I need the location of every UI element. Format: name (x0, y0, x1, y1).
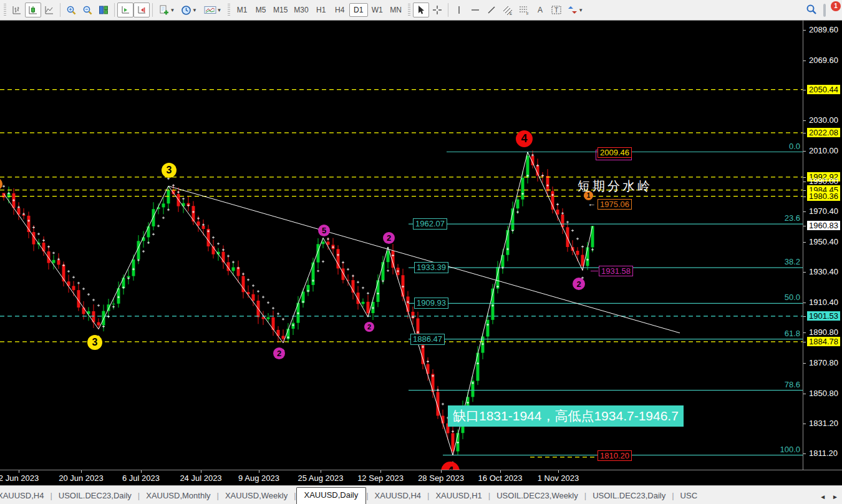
price-axis-tick (803, 272, 806, 273)
chart-tab[interactable]: XAUUSD,H4 (369, 488, 427, 504)
price-axis-label: 2089.60 (807, 25, 840, 34)
price-axis-label: 2030.00 (807, 115, 840, 125)
tile-windows-icon (99, 5, 109, 15)
chart-tab[interactable]: XAUUSD,H1 (429, 488, 488, 504)
chart-area[interactable]: 0.023.61962.0738.21933.3950.01909.9361.8… (0, 21, 803, 470)
timeframe-button-mn[interactable]: MN (387, 3, 405, 17)
equidistant-channel-tool-button[interactable]: E (500, 2, 516, 17)
svg-text:T: T (554, 7, 558, 14)
price-axis-label: 1930.40 (807, 267, 840, 276)
price-axis-tick (803, 332, 806, 333)
chart-tab[interactable]: USOIL.DEC23,Daily (586, 488, 672, 504)
wave-label-2: 2 (573, 278, 585, 290)
crosshair-icon (432, 5, 442, 15)
price-axis-tick (803, 90, 806, 90)
chart-tab[interactable]: USOIL.DEC23,Daily (52, 488, 138, 504)
line-chart-button[interactable] (41, 2, 57, 17)
price-axis-tick (803, 453, 806, 454)
timeframe-button-m1[interactable]: M1 (233, 3, 251, 17)
chart-tab[interactable]: XAUUSD,Weekly (219, 488, 294, 504)
cursor-tool-button[interactable] (413, 2, 429, 17)
candlestick-chart-button[interactable] (25, 2, 41, 17)
fibonacci-tool-button[interactable]: F (516, 2, 532, 17)
dropdown-caret-icon: ▼ (170, 7, 175, 13)
price-axis-label: 1910.40 (807, 298, 840, 307)
date-axis-label: 24 Jul 2023 (180, 473, 221, 483)
periods-button[interactable]: ▼ (178, 2, 200, 17)
date-axis-label: 28 Sep 2023 (418, 473, 464, 483)
date-axis-tick (141, 470, 142, 473)
date-axis-tick (259, 470, 259, 473)
timeframe-button-m30[interactable]: M30 (291, 3, 311, 17)
price-axis-label: 2069.60 (807, 56, 840, 65)
arrows-tool-button[interactable]: ▼ (564, 2, 587, 17)
date-axis-label: 20 Jun 2023 (59, 473, 104, 483)
fib-price-label: 1909.93 (414, 298, 448, 309)
timeframe-button-w1[interactable]: W1 (368, 3, 387, 17)
toolbar-drag-handle[interactable] (228, 4, 230, 16)
chart-annotation: 缺口1831-1944，高低点1934.7-1946.7 (448, 405, 684, 427)
price-axis-label: 1950.40 (807, 237, 840, 246)
price-axis-tick (803, 30, 806, 31)
date-axis[interactable]: 2 Jun 202320 Jun 20236 Jul 202324 Jul 20… (0, 470, 842, 485)
timeframe-button-h4[interactable]: H4 (331, 3, 349, 17)
chart-tab[interactable]: XAUUSD,Daily (296, 487, 367, 504)
trendline-tool-button[interactable] (483, 2, 500, 17)
price-tag: 1810.20 (598, 450, 632, 461)
toolbar-drag-handle[interactable] (4, 4, 6, 16)
bar-chart-button[interactable] (9, 2, 25, 17)
auto-scroll-button[interactable] (117, 2, 133, 17)
horizontal-line-tool-button[interactable] (467, 2, 483, 17)
svg-text:E: E (510, 12, 512, 16)
date-axis-label: 2 Jun 2023 (0, 473, 39, 483)
chart-tab[interactable]: XAUUSD,H4 (0, 488, 50, 504)
price-axis-tick (803, 182, 806, 182)
price-axis-tick (803, 120, 806, 121)
notification-badge: 1 (831, 1, 841, 11)
chart-tab[interactable]: USOIL.DEC23,Weekly (490, 488, 584, 504)
price-axis-tick (803, 342, 806, 342)
zoom-in-icon (66, 5, 77, 16)
toolbar-separator (152, 3, 153, 17)
text-label-tool-button[interactable]: T (548, 2, 564, 17)
toolbar-drag-handle[interactable] (408, 4, 410, 16)
price-axis-tick (803, 316, 806, 317)
tab-scroll-left-button[interactable]: ◄ (820, 493, 826, 500)
chart-shift-button[interactable] (133, 2, 150, 17)
chart-tab-bar: XAUUSD,H4|USOIL.DEC23,Daily|XAUUSD,Month… (0, 485, 842, 504)
fib-price-label: 1933.39 (414, 262, 448, 273)
timeframe-button-h1[interactable]: H1 (312, 3, 331, 17)
date-axis-label: 12 Sep 2023 (357, 473, 404, 483)
candlestick-icon (28, 5, 38, 15)
fib-price-label: 1886.47 (410, 334, 445, 345)
timeframe-button-d1[interactable]: D1 (349, 3, 368, 17)
templates-button[interactable]: ▼ (200, 2, 225, 17)
price-axis-tick (803, 61, 806, 61)
price-axis-label: 1884.78 (807, 337, 840, 346)
wave-label-4: 4 (516, 130, 533, 147)
date-axis-tick (81, 470, 82, 473)
zoom-out-button[interactable] (79, 2, 95, 17)
chart-tab[interactable]: XAUUSD,Monthly (140, 488, 216, 504)
price-axis-tick (803, 242, 806, 243)
crosshair-tool-button[interactable] (429, 2, 445, 17)
price-axis-tick (803, 151, 806, 152)
price-axis[interactable]: 2089.602069.602050.442030.002022.082010.… (803, 21, 842, 470)
tab-scroll-right-button[interactable]: ► (832, 493, 838, 500)
new-order-button[interactable]: ▼ (155, 2, 178, 17)
main-toolbar: ▼ ▼ ▼ M1M5M15M30H1H4D1W1MN E F A T ▼ 1 (0, 0, 842, 21)
dropdown-caret-icon: ▼ (578, 7, 583, 13)
tab-scroll-buttons: ◄ ► (820, 493, 838, 500)
toolbar-separator (448, 3, 448, 17)
price-axis-label: 1890.80 (807, 327, 840, 337)
search-button[interactable] (806, 4, 817, 17)
tile-windows-button[interactable] (95, 2, 112, 17)
notifications-button[interactable]: 1 (823, 5, 837, 16)
candlestick-plot (0, 21, 803, 470)
text-tool-button[interactable]: A (532, 2, 548, 17)
zoom-in-button[interactable] (63, 2, 79, 17)
vertical-line-tool-button[interactable] (451, 2, 467, 17)
chart-tab[interactable]: USC (674, 488, 704, 504)
timeframe-button-m15[interactable]: M15 (270, 3, 291, 17)
timeframe-button-m5[interactable]: M5 (251, 3, 270, 17)
